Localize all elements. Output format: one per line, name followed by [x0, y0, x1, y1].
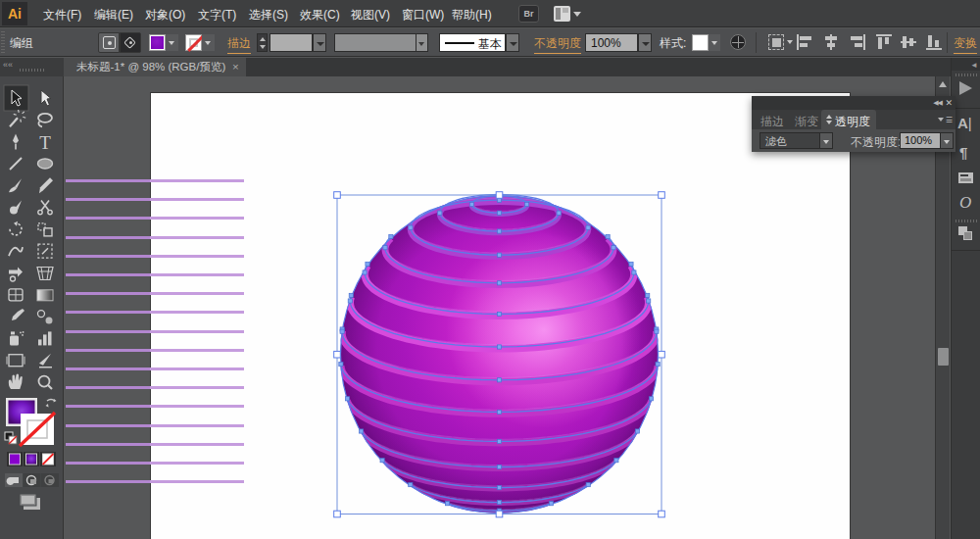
svg-text:T: T — [39, 132, 51, 153]
